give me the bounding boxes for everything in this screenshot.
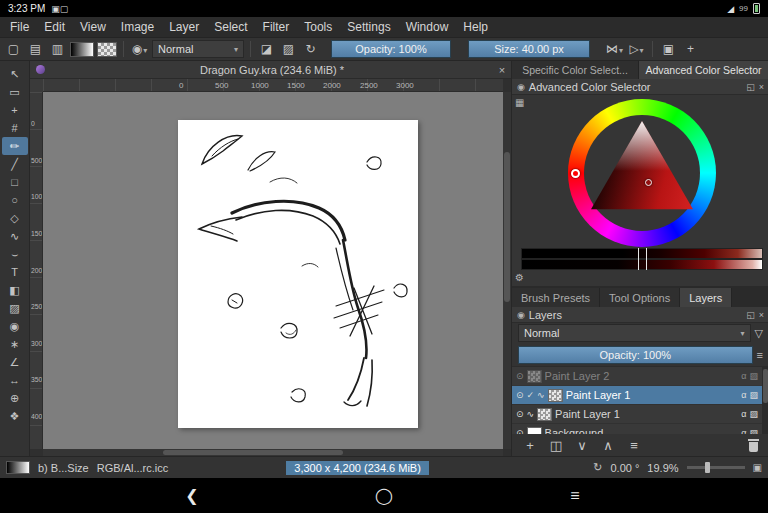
tool-move[interactable]: +: [2, 101, 28, 119]
float-docker-icon[interactable]: ◱: [746, 310, 755, 320]
brush-size-slider[interactable]: Size: 40.00 px: [468, 40, 590, 58]
menu-image[interactable]: Image: [121, 20, 154, 34]
delete-layer-button[interactable]: [748, 439, 759, 452]
tool-ellipse[interactable]: ○: [2, 191, 28, 209]
hue-marker[interactable]: [571, 169, 580, 178]
mirror-vertical-icon[interactable]: ▷▾: [627, 40, 646, 59]
menu-select[interactable]: Select: [214, 20, 247, 34]
filter-layers-icon[interactable]: ▽: [755, 327, 763, 340]
tool-pan[interactable]: ❖: [2, 407, 28, 425]
tab-tool-options[interactable]: Tool Options: [600, 288, 680, 307]
gear-icon[interactable]: ⚙: [515, 272, 524, 283]
scrollbar-handle[interactable]: [163, 450, 343, 455]
opacity-slider[interactable]: Opacity: 100%: [331, 40, 451, 58]
tab-specific-color-selector[interactable]: Specific Color Select...: [512, 61, 639, 79]
document-tab-title[interactable]: Dragon Guy.kra (234.6 MiB) *: [51, 64, 493, 76]
tool-polyline[interactable]: ∿: [2, 227, 28, 245]
tab-advanced-color-selector[interactable]: Advanced Color Selector: [639, 61, 768, 79]
close-icon[interactable]: ×: [759, 310, 764, 320]
gradient-swatch[interactable]: [70, 42, 94, 57]
layer-row-paint-layer-2[interactable]: ⊙ Paint Layer 2 α ▨: [512, 367, 762, 386]
inherit-alpha-icon[interactable]: α: [741, 390, 746, 400]
layer-row-background[interactable]: ⊙ Background α ▨: [512, 424, 762, 434]
brush-preset-icon[interactable]: ◉▾: [130, 40, 149, 59]
open-document-icon[interactable]: ▤: [26, 40, 45, 59]
alpha-lock-icon[interactable]: ▨: [749, 409, 758, 419]
advanced-color-selector[interactable]: ▦ ⚙: [512, 95, 768, 286]
pattern-swatch[interactable]: [97, 42, 117, 57]
visibility-eye-icon[interactable]: ⊙: [516, 409, 524, 419]
tool-transform[interactable]: ▭: [2, 83, 28, 101]
canvas-angle-label[interactable]: 0.00 °: [610, 462, 639, 474]
layer-opacity-slider[interactable]: Opacity: 100%: [518, 346, 753, 364]
duplicate-layer-button[interactable]: ◫: [548, 438, 564, 453]
scrollbar-handle[interactable]: [504, 152, 510, 302]
alpha-lock-icon[interactable]: ▨: [749, 371, 758, 381]
canvas-page[interactable]: [178, 120, 418, 428]
layer-row-paint-layer-1-active[interactable]: ⊙ ✓ ∿ Paint Layer 1 α ▨: [512, 386, 762, 405]
zoom-slider[interactable]: [687, 466, 745, 469]
tool-bezier[interactable]: ⌣: [2, 245, 28, 263]
menu-settings[interactable]: Settings: [347, 20, 390, 34]
save-document-icon[interactable]: ▥: [48, 40, 67, 59]
menu-edit[interactable]: Edit: [44, 20, 65, 34]
layer-options-icon[interactable]: ≡: [757, 349, 763, 361]
canvas-viewport[interactable]: [43, 92, 503, 449]
tool-line[interactable]: ╱: [2, 155, 28, 173]
tool-color-sampler[interactable]: ◉: [2, 317, 28, 335]
menu-help[interactable]: Help: [463, 20, 488, 34]
inherit-alpha-icon[interactable]: α: [741, 409, 746, 419]
color-profile-label[interactable]: RGB/Al...rc.icc: [97, 462, 169, 474]
canvas-vertical-scrollbar[interactable]: [503, 92, 511, 449]
home-button[interactable]: ◯: [364, 486, 404, 505]
tool-freehand-brush[interactable]: ✏: [2, 137, 28, 155]
move-layer-down-button[interactable]: ∨: [574, 438, 590, 453]
layer-properties-button[interactable]: ≡: [626, 438, 642, 453]
add-layer-button[interactable]: +: [522, 438, 538, 453]
menu-filter[interactable]: Filter: [263, 20, 290, 34]
snap-icon[interactable]: +: [681, 40, 700, 59]
menu-file[interactable]: File: [10, 20, 29, 34]
canvas-horizontal-scrollbar[interactable]: [43, 449, 503, 456]
new-document-icon[interactable]: ▢: [4, 40, 23, 59]
tool-zoom[interactable]: ⊕: [2, 389, 28, 407]
back-button[interactable]: ❮: [172, 486, 212, 505]
reload-preset-icon[interactable]: ↻: [301, 40, 320, 59]
menu-tools[interactable]: Tools: [304, 20, 332, 34]
tool-select[interactable]: ↖: [2, 65, 28, 83]
zoom-slider-handle[interactable]: [705, 462, 710, 473]
visibility-eye-icon[interactable]: ⊙: [516, 390, 524, 400]
tool-polygon[interactable]: ◇: [2, 209, 28, 227]
view-mode-icon[interactable]: ▣: [753, 462, 762, 473]
preserve-alpha-icon[interactable]: ▨: [279, 40, 298, 59]
zoom-percent-label[interactable]: 19.9%: [647, 462, 678, 474]
brush-gradient-swatch[interactable]: [6, 461, 30, 474]
tool-rectangle[interactable]: □: [2, 173, 28, 191]
rotate-canvas-icon[interactable]: ↻: [593, 461, 602, 474]
tool-gradient[interactable]: ▨: [2, 299, 28, 317]
tab-brush-presets[interactable]: Brush Presets: [512, 288, 600, 307]
float-docker-icon[interactable]: ◱: [746, 82, 755, 92]
eraser-mode-icon[interactable]: ◪: [257, 40, 276, 59]
shade-strip-2[interactable]: [521, 259, 763, 270]
visibility-eye-icon[interactable]: ⊙: [516, 371, 524, 381]
layer-blend-mode-dropdown[interactable]: Normal ▾: [518, 324, 751, 342]
tool-assistants[interactable]: ∠: [2, 353, 28, 371]
close-icon[interactable]: ×: [759, 82, 764, 92]
blend-mode-dropdown[interactable]: Normal ▾: [152, 40, 244, 58]
alpha-lock-icon[interactable]: ▨: [749, 390, 758, 400]
menu-layer[interactable]: Layer: [169, 20, 199, 34]
layer-list-scrollbar[interactable]: [762, 366, 768, 434]
close-icon[interactable]: ×: [493, 64, 511, 76]
sv-marker[interactable]: [645, 179, 652, 186]
mirror-horizontal-icon[interactable]: ⋈▾: [605, 40, 624, 59]
layer-row-paint-layer-1[interactable]: ⊙ ∿ Paint Layer 1 α ▨: [512, 405, 762, 424]
tool-fill[interactable]: ◧: [2, 281, 28, 299]
tool-measure[interactable]: ↔: [2, 371, 28, 389]
inherit-alpha-icon[interactable]: α: [741, 371, 746, 381]
wrap-around-icon[interactable]: ▣: [659, 40, 678, 59]
recents-button[interactable]: ≡: [555, 487, 595, 505]
move-layer-up-button[interactable]: ∧: [600, 438, 616, 453]
shade-selector-icon[interactable]: ▦: [515, 97, 524, 108]
brush-name-label[interactable]: b) B...Size: [38, 462, 89, 474]
